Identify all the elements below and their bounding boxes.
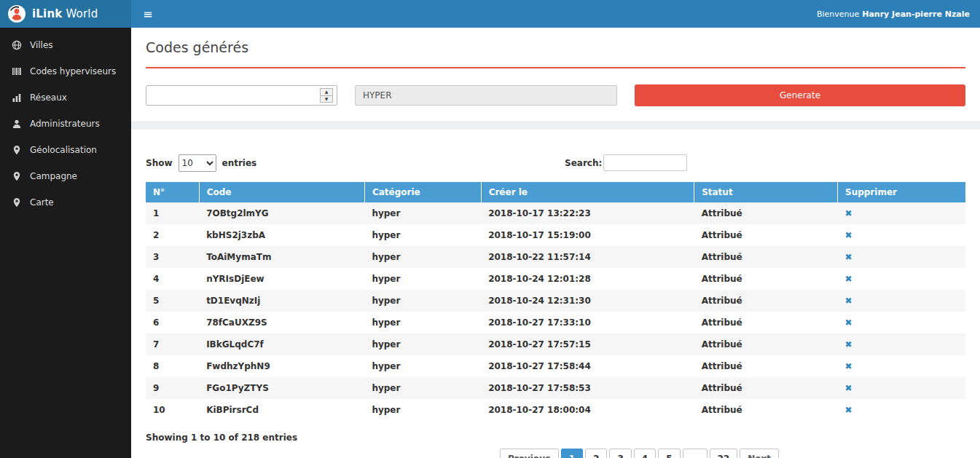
table-cell: 2018-10-27 17:58:44 (481, 355, 694, 377)
table-row: 8FwdhzYphN9hyper2018-10-27 17:58:44Attri… (146, 355, 965, 377)
category-field[interactable] (355, 85, 617, 106)
column-header-statut[interactable]: Statut (694, 182, 838, 202)
delete-icon[interactable]: ✖ (845, 383, 852, 393)
search-input[interactable] (603, 154, 687, 171)
generate-button[interactable]: Generate (635, 84, 965, 106)
column-header-supprimer[interactable]: Supprimer (838, 182, 966, 202)
spinner-up-icon[interactable]: ▲ (321, 89, 332, 96)
table-cell: 2018-10-22 11:57:14 (481, 246, 694, 268)
map-pin-icon (12, 197, 22, 208)
table-cell: hyper (364, 333, 481, 355)
sidebar-item-administrateurs[interactable]: Administrateurs (0, 111, 131, 137)
code-count-field[interactable] (146, 86, 337, 105)
page-button[interactable]: 5 (658, 449, 680, 458)
table-info: Showing 1 to 10 of 218 entries (146, 433, 965, 443)
table-cell: 8 (146, 355, 199, 377)
table-cell: 3 (146, 246, 199, 268)
table-cell: ToAiMymaTm (199, 246, 364, 268)
code-count-input[interactable]: ▲ ▼ (146, 85, 337, 106)
table-cell: 2018-10-24 12:31:30 (481, 290, 694, 312)
delete-icon[interactable]: ✖ (845, 361, 852, 371)
table-cell-delete: ✖ (838, 246, 966, 268)
barcode-icon (12, 66, 22, 76)
table-cell: tD1EvqNzIj (199, 290, 364, 312)
sidebar-item-label: Carte (30, 197, 54, 208)
delete-icon[interactable]: ✖ (845, 296, 852, 306)
sidebar-toggle-icon[interactable]: ≡ (131, 0, 164, 28)
table-cell: nYRIsDjEew (199, 268, 364, 290)
delete-icon[interactable]: ✖ (845, 208, 852, 218)
show-label: Show (146, 158, 173, 168)
table-cell-delete: ✖ (838, 268, 966, 290)
table-cell: hyper (364, 224, 481, 246)
delete-icon[interactable]: ✖ (845, 230, 852, 240)
bar-chart-icon (12, 92, 22, 103)
table-cell: Attribué (694, 290, 838, 312)
delete-icon[interactable]: ✖ (845, 274, 852, 284)
entries-label: entries (222, 158, 257, 168)
welcome-username[interactable]: Hanry Jean-pierre Nzale (862, 9, 970, 19)
topbar: iLink World ≡ Bienvenue Hanry Jean-pierr… (0, 0, 980, 28)
table-cell: hyper (364, 246, 481, 268)
previous-button[interactable]: Previous (500, 449, 559, 458)
table-controls: Show 10 entries Search: (146, 154, 965, 172)
column-header-code[interactable]: Code (199, 182, 364, 202)
number-spinner[interactable]: ▲ ▼ (320, 88, 333, 103)
delete-icon[interactable]: ✖ (845, 317, 852, 328)
page-length-select[interactable]: 10 (179, 154, 216, 172)
pagination-ellipsis: … (683, 449, 707, 458)
sidebar-item-campagne[interactable]: Campagne (0, 163, 131, 189)
table-row: 10KiBPirsrCdhyper2018-10-27 18:00:04Attr… (146, 399, 965, 421)
table-cell-delete: ✖ (838, 355, 966, 377)
delete-icon[interactable]: ✖ (845, 252, 852, 262)
table-cell-delete: ✖ (838, 399, 966, 421)
delete-icon[interactable]: ✖ (845, 405, 852, 415)
app-title-light: World (63, 7, 98, 20)
table-cell: 2018-10-27 18:00:04 (481, 399, 694, 421)
page-button[interactable]: 3 (609, 449, 631, 458)
main-content: Codes générés ▲ ▼ Generate Show 10 entri… (131, 28, 980, 458)
table-cell: 5 (146, 290, 199, 312)
table-cell: KiBPirsrCd (199, 399, 364, 421)
table-row: 4nYRIsDjEewhyper2018-10-24 12:01:28Attri… (146, 268, 965, 290)
page-button[interactable]: 22 (710, 449, 738, 458)
table-cell-delete: ✖ (838, 333, 966, 355)
sidebar-item-geolocalisation[interactable]: Géolocalisation (0, 137, 131, 163)
table-cell-delete: ✖ (838, 290, 966, 312)
table-header: N° Code Catégorie Créer le Statut Suppri… (146, 182, 965, 202)
header-card: Codes générés ▲ ▼ Generate (131, 28, 980, 121)
brand[interactable]: iLink World (0, 0, 131, 28)
column-header-categorie[interactable]: Catégorie (364, 182, 481, 202)
table-cell: hyper (364, 355, 481, 377)
globe-icon (12, 40, 22, 50)
sidebar-item-villes[interactable]: Villes (0, 32, 131, 58)
table-row: 17OBtg2lmYGhyper2018-10-17 13:22:23Attri… (146, 202, 965, 224)
table-cell: IBkGLqdC7f (199, 333, 364, 355)
table-row: 7IBkGLqdC7fhyper2018-10-27 17:57:15Attri… (146, 333, 965, 355)
table-cell: hyper (364, 290, 481, 312)
pagination: Previous12345…22Next (500, 449, 779, 458)
generate-form: ▲ ▼ Generate (146, 84, 965, 106)
table-cell: 9 (146, 377, 199, 399)
page-button[interactable]: 1 (561, 449, 583, 458)
table-cell: 2018-10-17 13:22:23 (481, 202, 694, 224)
table-cell: hyper (364, 268, 481, 290)
table-cell: Attribué (694, 312, 838, 333)
table-row: 678fCaUXZ9Shyper2018-10-27 17:33:10Attri… (146, 312, 965, 333)
spinner-down-icon[interactable]: ▼ (321, 96, 332, 103)
user-icon (12, 119, 22, 129)
table-cell: Attribué (694, 333, 838, 355)
column-header-numero[interactable]: N° (146, 182, 199, 202)
column-header-creer-le[interactable]: Créer le (481, 182, 694, 202)
sidebar-item-codes-hyperviseurs[interactable]: Codes hyperviseurs (0, 58, 131, 84)
table-row: 9FGo1PyZTYShyper2018-10-27 17:58:53Attri… (146, 377, 965, 399)
title-divider (146, 67, 965, 68)
page-button[interactable]: 2 (585, 449, 607, 458)
delete-icon[interactable]: ✖ (845, 339, 852, 350)
table-cell: 2 (146, 224, 199, 246)
sidebar-item-carte[interactable]: Carte (0, 189, 131, 216)
sidebar-item-reseaux[interactable]: Réseaux (0, 84, 131, 111)
map-pin-icon (12, 171, 22, 181)
page-button[interactable]: 4 (634, 449, 656, 458)
next-button[interactable]: Next (740, 449, 779, 458)
